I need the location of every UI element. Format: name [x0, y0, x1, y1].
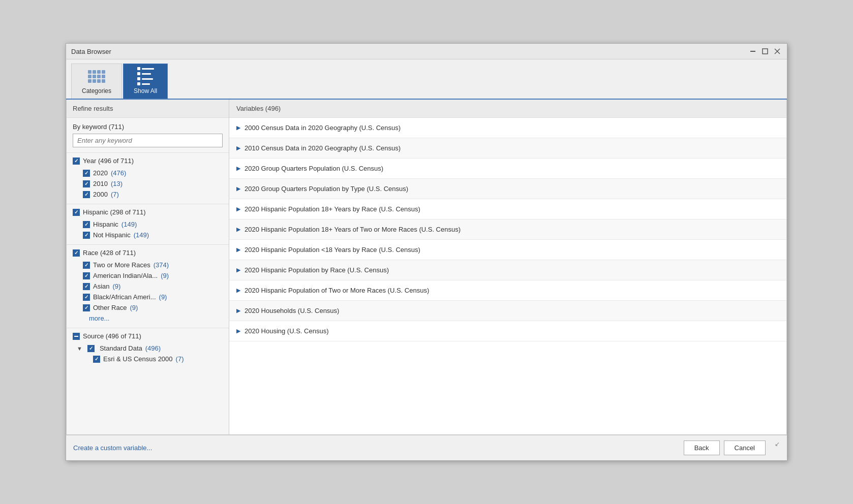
esri-census-checkbox[interactable]: ✓: [93, 356, 100, 363]
year-2010-checkbox[interactable]: ✓: [83, 180, 90, 187]
categories-tab-label: Categories: [82, 87, 111, 94]
not-hispanic-label: Not Hispanic: [93, 231, 131, 239]
race-checkbox[interactable]: ✓: [73, 249, 80, 257]
variable-arrow-icon: ▶: [236, 206, 240, 212]
hispanic-checkbox[interactable]: ✓: [73, 209, 80, 216]
standard-data-label: Standard Data: [100, 344, 142, 352]
race-filter-group: ✓ Race (428 of 711) ✓ Two or More Races …: [67, 244, 229, 328]
variables-list: ▶2000 Census Data in 2020 Geography (U.S…: [229, 118, 786, 434]
other-race-item: ✓ Other Race (9): [73, 302, 223, 313]
maximize-button[interactable]: [760, 47, 770, 56]
left-panel-header: Refine results: [67, 100, 229, 118]
minimize-button[interactable]: [748, 47, 757, 56]
two-or-more-races-checkbox[interactable]: ✓: [83, 262, 90, 269]
close-button[interactable]: [773, 47, 782, 56]
cancel-button[interactable]: Cancel: [724, 440, 766, 455]
tabs-area: Categories Show All: [66, 59, 787, 100]
svg-rect-1: [763, 49, 768, 54]
categories-tab-icon: [86, 67, 107, 85]
other-race-label: Other Race: [93, 304, 127, 311]
show-all-tab-label: Show All: [134, 87, 157, 94]
variable-item[interactable]: ▶2020 Hispanic Population 18+ Years of T…: [229, 219, 786, 240]
year-2000-count: (7): [111, 191, 119, 198]
variable-arrow-icon: ▶: [236, 246, 240, 253]
not-hispanic-count: (149): [134, 231, 149, 239]
tab-categories[interactable]: Categories: [71, 64, 122, 99]
variable-label: 2020 Group Quarters Population (U.S. Cen…: [245, 165, 383, 172]
race-more-link[interactable]: more...: [73, 313, 223, 324]
create-custom-variable-link[interactable]: Create a custom variable...: [73, 444, 152, 452]
list-icon: [137, 67, 154, 85]
variable-item[interactable]: ▶2020 Group Quarters Population (U.S. Ce…: [229, 159, 786, 179]
two-or-more-races-label: Two or More Races: [93, 261, 150, 269]
american-indian-checkbox[interactable]: ✓: [83, 272, 90, 279]
other-race-checkbox[interactable]: ✓: [83, 304, 90, 311]
year-2020-count: (476): [111, 169, 126, 177]
black-african-label: Black/African Ameri...: [93, 293, 156, 301]
year-2000-item: ✓ 2000 (7): [73, 189, 223, 200]
hispanic-sub-checkbox[interactable]: ✓: [83, 221, 90, 228]
variable-label: 2020 Hispanic Population 18+ Years by Ra…: [245, 205, 420, 213]
american-indian-label: American Indian/Ala...: [93, 272, 158, 279]
variable-arrow-icon: ▶: [236, 124, 240, 131]
title-bar: Data Browser: [66, 44, 787, 59]
year-filter-group: ✓ Year (496 of 711) ✓ 2020 (476) ✓ 2010 …: [67, 152, 229, 204]
variable-item[interactable]: ▶2020 Group Quarters Population by Type …: [229, 179, 786, 199]
year-2020-checkbox[interactable]: ✓: [83, 170, 90, 177]
esri-census-count: (7): [176, 355, 184, 363]
variable-item[interactable]: ▶2020 Housing (U.S. Census): [229, 321, 786, 341]
hispanic-item: ✓ Hispanic (149): [73, 219, 223, 230]
year-group-label: Year (496 of 711): [83, 157, 134, 165]
asian-checkbox[interactable]: ✓: [83, 283, 90, 290]
footer: Create a custom variable... Back Cancel: [66, 435, 787, 460]
source-group-label: Source (496 of 711): [83, 332, 141, 340]
standard-data-count: (496): [145, 344, 161, 352]
year-2010-label: 2010: [93, 180, 108, 187]
variable-label: 2020 Group Quarters Population by Type (…: [245, 185, 408, 193]
year-2010-item: ✓ 2010 (13): [73, 178, 223, 189]
race-group-label: Race (428 of 711): [83, 249, 136, 257]
not-hispanic-checkbox[interactable]: ✓: [83, 232, 90, 239]
variable-label: 2010 Census Data in 2020 Geography (U.S.…: [245, 144, 401, 152]
variable-item[interactable]: ▶2020 Hispanic Population 18+ Years by R…: [229, 199, 786, 219]
variable-item[interactable]: ▶2020 Hispanic Population of Two or More…: [229, 280, 786, 301]
variable-arrow-icon: ▶: [236, 287, 240, 294]
year-2000-checkbox[interactable]: ✓: [83, 191, 90, 198]
resize-handle[interactable]: [773, 440, 780, 448]
variable-arrow-icon: ▶: [236, 267, 240, 273]
black-african-checkbox[interactable]: ✓: [83, 294, 90, 301]
year-2020-item: ✓ 2020 (476): [73, 168, 223, 178]
variable-arrow-icon: ▶: [236, 185, 240, 192]
tab-show-all[interactable]: Show All: [123, 64, 168, 99]
variable-item[interactable]: ▶2010 Census Data in 2020 Geography (U.S…: [229, 138, 786, 159]
expand-icon: ▼: [77, 345, 82, 352]
window-title: Data Browser: [71, 48, 111, 55]
window-controls: [748, 47, 782, 56]
variable-item[interactable]: ▶2020 Hispanic Population <18 Years by R…: [229, 240, 786, 260]
variable-label: 2000 Census Data in 2020 Geography (U.S.…: [245, 124, 401, 132]
footer-buttons: Back Cancel: [684, 440, 780, 455]
variable-item[interactable]: ▶2000 Census Data in 2020 Geography (U.S…: [229, 118, 786, 138]
source-checkbox[interactable]: [73, 333, 80, 340]
other-race-count: (9): [130, 304, 138, 311]
year-2020-label: 2020: [93, 169, 108, 177]
asian-count: (9): [113, 282, 121, 290]
standard-data-checkbox[interactable]: ✓: [87, 345, 95, 352]
data-browser-window: Data Browser: [66, 43, 787, 461]
left-panel: Refine results By keyword (711) ✓ Year (…: [67, 100, 229, 434]
keyword-label: By keyword (711): [73, 123, 223, 131]
variable-arrow-icon: ▶: [236, 226, 240, 233]
keyword-input[interactable]: [73, 134, 223, 147]
hispanic-sub-count: (149): [121, 220, 137, 228]
two-or-more-races-count: (374): [154, 261, 169, 269]
main-content: Refine results By keyword (711) ✓ Year (…: [66, 100, 787, 435]
variable-item[interactable]: ▶2020 Households (U.S. Census): [229, 301, 786, 321]
variable-item[interactable]: ▶2020 Hispanic Population by Race (U.S. …: [229, 260, 786, 280]
two-or-more-races-item: ✓ Two or More Races (374): [73, 260, 223, 270]
back-button[interactable]: Back: [684, 440, 720, 455]
svg-rect-0: [750, 51, 755, 52]
keyword-section: By keyword (711): [67, 118, 229, 152]
source-group-header: Source (496 of 711): [73, 332, 223, 340]
not-hispanic-item: ✓ Not Hispanic (149): [73, 230, 223, 240]
year-checkbox[interactable]: ✓: [73, 158, 80, 165]
